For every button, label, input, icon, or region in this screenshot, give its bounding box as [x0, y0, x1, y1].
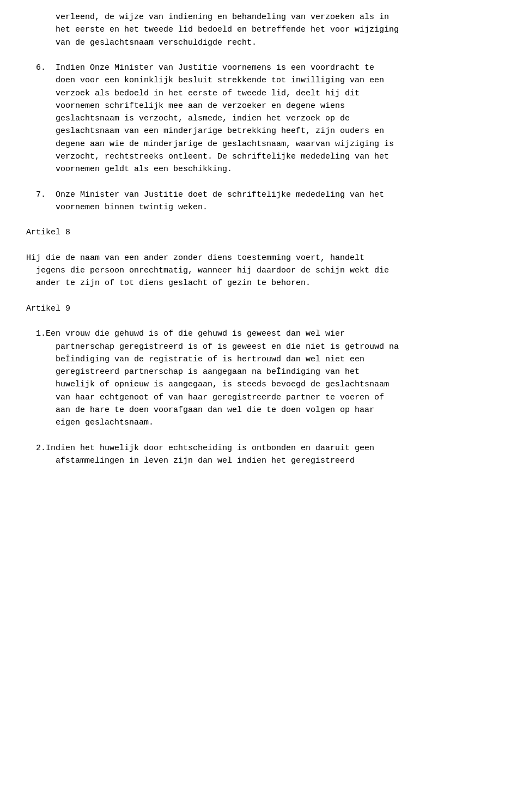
document-text: verleend, de wijze van indiening en beha…: [16, 11, 507, 467]
document-content: verleend, de wijze van indiening en beha…: [16, 11, 507, 467]
